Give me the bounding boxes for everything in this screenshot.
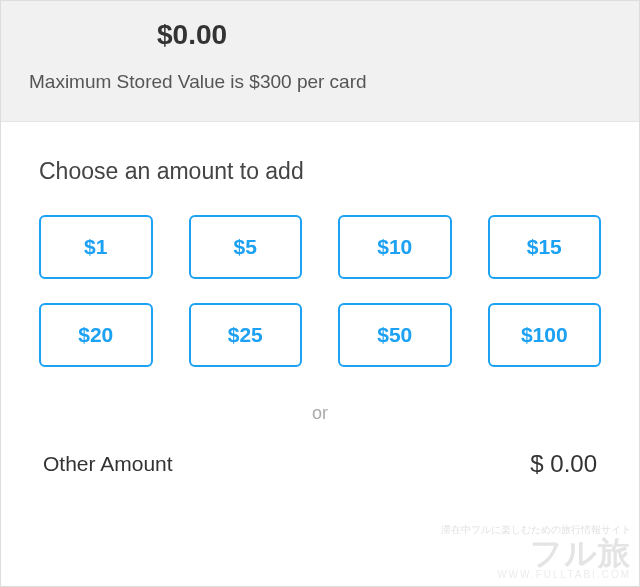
add-amount-section: Choose an amount to add $1 $5 $10 $15 $2…	[1, 122, 639, 478]
watermark-tagline: 滞在中フルに楽しむための旅行情報サイト	[441, 523, 631, 537]
amount-20-button[interactable]: $20	[39, 303, 153, 367]
amount-1-button[interactable]: $1	[39, 215, 153, 279]
amount-100-button[interactable]: $100	[488, 303, 602, 367]
section-title: Choose an amount to add	[39, 158, 601, 215]
amount-25-button[interactable]: $25	[189, 303, 303, 367]
watermark-url: WWW.FULLTABI.COM	[441, 569, 631, 580]
amount-5-button[interactable]: $5	[189, 215, 303, 279]
watermark-logo: フル旅	[441, 537, 631, 569]
amount-grid: $1 $5 $10 $15 $20 $25 $50 $100	[39, 215, 601, 367]
other-amount-value: $ 0.00	[530, 450, 597, 478]
max-value-note: Maximum Stored Value is $300 per card	[29, 65, 611, 93]
other-amount-row[interactable]: Other Amount $ 0.00	[39, 450, 601, 478]
or-divider: or	[39, 367, 601, 450]
watermark: 滞在中フルに楽しむための旅行情報サイト フル旅 WWW.FULLTABI.COM	[441, 523, 631, 580]
other-amount-label: Other Amount	[43, 452, 173, 476]
amount-50-button[interactable]: $50	[338, 303, 452, 367]
amount-15-button[interactable]: $15	[488, 215, 602, 279]
card-balance: $0.00	[29, 5, 611, 65]
amount-10-button[interactable]: $10	[338, 215, 452, 279]
card-info-panel: CARD INFORMATION $0.00 Maximum Stored Va…	[1, 1, 639, 122]
